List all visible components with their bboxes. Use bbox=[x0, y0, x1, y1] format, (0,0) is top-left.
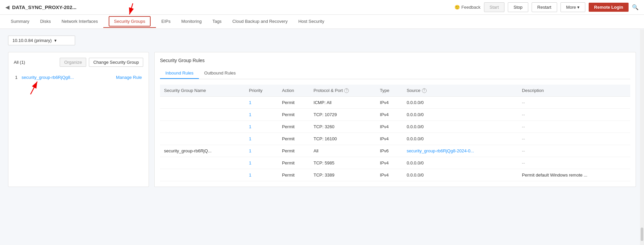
organize-button: Organize bbox=[60, 58, 86, 67]
feedback-button[interactable]: 🙂 Feedback bbox=[454, 5, 480, 10]
search-button[interactable]: 🔍 bbox=[632, 4, 639, 10]
top-bar: ◀ DATA_SYNC_PROXY-202... 🙂 Feedback Star… bbox=[0, 0, 644, 15]
restart-label: Restart bbox=[537, 5, 551, 10]
nav-tabs: Summary Disks Network Interfaces Securit… bbox=[0, 15, 644, 29]
tab-summary[interactable]: Summary bbox=[5, 15, 35, 28]
back-button[interactable]: ◀ bbox=[5, 4, 9, 10]
content-area: 10.10.0.84 (primary) ▾ All (1) Organize … bbox=[0, 29, 644, 245]
table-row: 1PermitTCP: 3389IPv40.0.0.0/0Permit defa… bbox=[160, 169, 630, 181]
feedback-label: Feedback bbox=[461, 5, 480, 10]
start-button: Start bbox=[484, 2, 504, 12]
source-info-icon[interactable]: ? bbox=[422, 88, 427, 93]
tab-outbound-rules[interactable]: Outbound Rules bbox=[199, 68, 241, 79]
left-panel-title: All (1) bbox=[14, 60, 25, 65]
rules-table-wrap: Security Group Name Priority Action Prot… bbox=[160, 85, 630, 181]
tab-tags[interactable]: Tags bbox=[207, 15, 227, 28]
table-row: 1PermitTCP: 5985IPv40.0.0.0/0-- bbox=[160, 157, 630, 169]
sub-tabs: Inbound Rules Outbound Rules bbox=[160, 68, 630, 79]
col-protocol-port: Protocol & Port ? bbox=[310, 85, 376, 97]
stop-label: Stop bbox=[514, 5, 523, 10]
more-chevron-icon: ▾ bbox=[577, 5, 580, 10]
tab-host-security[interactable]: Host Security bbox=[293, 15, 329, 28]
left-panel-actions: Organize Change Security Group bbox=[60, 58, 143, 67]
page-title: DATA_SYNC_PROXY-202... bbox=[12, 4, 76, 10]
security-groups-tab-box: Security Groups bbox=[109, 16, 151, 27]
sg-list-item: 1 security_group-rb6RjQg8... Manage Rule bbox=[14, 72, 143, 83]
tab-network-interfaces[interactable]: Network Interfaces bbox=[56, 15, 103, 28]
col-sg-name: Security Group Name bbox=[160, 85, 245, 97]
manage-rule-link[interactable]: Manage Rule bbox=[116, 75, 142, 80]
ip-value: 10.10.0.84 (primary) bbox=[12, 38, 52, 43]
col-action: Action bbox=[278, 85, 310, 97]
col-source: Source ? bbox=[402, 85, 518, 97]
ip-dropdown[interactable]: 10.10.0.84 (primary) ▾ bbox=[8, 36, 75, 45]
tab-eips[interactable]: EIPs bbox=[156, 15, 176, 28]
panels: All (1) Organize Change Security Group 1… bbox=[8, 52, 636, 187]
left-panel-header: All (1) Organize Change Security Group bbox=[14, 58, 143, 67]
protocol-port-info-icon[interactable]: ? bbox=[344, 88, 349, 93]
start-label: Start bbox=[490, 5, 499, 10]
table-row: security_group-rb6RjQ...1PermitAllIPv6se… bbox=[160, 145, 630, 157]
tab-disks[interactable]: Disks bbox=[35, 15, 56, 28]
top-bar-left: ◀ DATA_SYNC_PROXY-202... bbox=[5, 4, 454, 10]
more-button[interactable]: More ▾ bbox=[560, 2, 586, 12]
ip-dropdown-chevron-icon: ▾ bbox=[54, 38, 57, 43]
col-type: Type bbox=[376, 85, 403, 97]
search-icon: 🔍 bbox=[632, 4, 639, 10]
top-bar-right: 🙂 Feedback Start Stop Restart More ▾ Rem… bbox=[454, 2, 639, 12]
table-header-row: Security Group Name Priority Action Prot… bbox=[160, 85, 630, 97]
right-panel-title: Security Group Rules bbox=[160, 58, 630, 63]
scrollbar[interactable] bbox=[640, 30, 644, 245]
sg-item-name[interactable]: security_group-rb6RjQg8... bbox=[21, 75, 116, 80]
restart-button[interactable]: Restart bbox=[532, 2, 557, 12]
tab-inbound-rules[interactable]: Inbound Rules bbox=[160, 68, 199, 79]
change-security-group-button[interactable]: Change Security Group bbox=[89, 58, 143, 67]
stop-button[interactable]: Stop bbox=[508, 2, 528, 12]
svg-line-3 bbox=[31, 82, 37, 94]
more-label: More bbox=[566, 5, 576, 10]
ip-selector: 10.10.0.84 (primary) ▾ bbox=[8, 36, 636, 45]
sg-item-number: 1 bbox=[15, 75, 17, 80]
tab-security-groups[interactable]: Security Groups bbox=[103, 15, 156, 28]
annotation-arrow-sg bbox=[27, 78, 47, 96]
col-description: Description bbox=[518, 85, 630, 97]
remote-login-button[interactable]: Remote Login bbox=[589, 3, 629, 12]
table-row: 1PermitTCP: 16100IPv40.0.0.0/0-- bbox=[160, 133, 630, 145]
tab-monitoring[interactable]: Monitoring bbox=[176, 15, 207, 28]
col-priority: Priority bbox=[245, 85, 278, 97]
scrollbar-thumb bbox=[641, 228, 643, 241]
tab-cloud-backup[interactable]: Cloud Backup and Recovery bbox=[227, 15, 293, 28]
right-panel: Security Group Rules Inbound Rules Outbo… bbox=[154, 52, 636, 187]
remote-login-label: Remote Login bbox=[594, 5, 623, 10]
rules-table-body: 1PermitICMP: AllIPv40.0.0.0/0--1PermitTC… bbox=[160, 97, 630, 181]
feedback-face-icon: 🙂 bbox=[454, 5, 460, 10]
rules-table: Security Group Name Priority Action Prot… bbox=[160, 85, 630, 181]
table-row: 1PermitICMP: AllIPv40.0.0.0/0-- bbox=[160, 97, 630, 109]
table-row: 1PermitTCP: 10729IPv40.0.0.0/0-- bbox=[160, 109, 630, 121]
table-row: 1PermitTCP: 3260IPv40.0.0.0/0-- bbox=[160, 121, 630, 133]
left-panel: All (1) Organize Change Security Group 1… bbox=[8, 52, 149, 187]
